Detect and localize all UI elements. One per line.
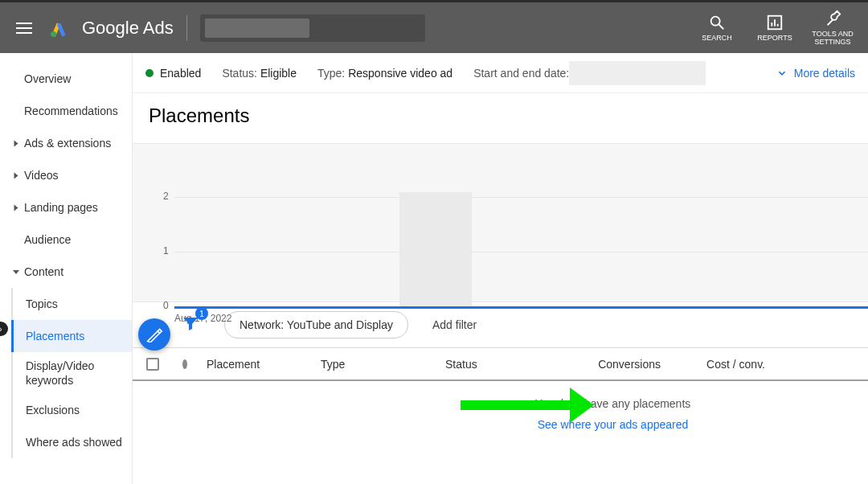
sidebar-item-overview[interactable]: Overview	[0, 63, 132, 95]
sidebar-item-audience[interactable]: Audience	[0, 224, 132, 256]
status-enabled: Enabled	[145, 67, 201, 80]
chart-bar	[399, 192, 472, 306]
sidebar-subitem-topics[interactable]: Topics	[13, 288, 132, 320]
col-status[interactable]: Status	[436, 358, 566, 371]
sidebar-item-videos[interactable]: Videos	[0, 159, 132, 191]
info-bar: Enabled Status: Eligible Type: Responsiv…	[133, 53, 868, 93]
add-placement-fab[interactable]	[138, 318, 170, 351]
col-cost-per-conv[interactable]: Cost / conv.	[670, 358, 775, 371]
ad-type: Type: Responsive video ad	[317, 67, 452, 80]
reports-button[interactable]: REPORTS	[746, 14, 804, 43]
sidebar: Overview Recommendations Ads & extension…	[0, 53, 133, 484]
account-picker[interactable]	[200, 14, 425, 42]
col-placement[interactable]: Placement	[197, 358, 311, 371]
top-bar: Google Ads SEARCH REPORTS TOOLS AND SETT…	[0, 2, 868, 53]
date-range-value[interactable]	[569, 61, 706, 85]
ad-status: Status: Eligible	[222, 67, 297, 80]
google-ads-logo	[48, 18, 69, 39]
filter-chip-network[interactable]: Network: YouTube and Display	[224, 311, 408, 338]
add-filter-button[interactable]: Add filter	[432, 318, 477, 331]
filter-row: 1 Network: YouTube and Display Add filte…	[133, 302, 868, 347]
table-header: Placement Type Status Conversions Cost /…	[133, 347, 868, 381]
col-conversions[interactable]: Conversions	[566, 358, 670, 371]
sidebar-subitem-where-ads-showed[interactable]: Where ads showed	[13, 426, 132, 458]
tools-settings-button[interactable]: TOOLS AND SETTINGS	[804, 10, 862, 47]
sidebar-item-ads-extensions[interactable]: Ads & extensions	[0, 127, 132, 159]
sidebar-subitem-exclusions[interactable]: Exclusions	[13, 394, 132, 426]
svg-point-0	[51, 31, 56, 37]
svg-point-1	[711, 16, 720, 25]
status-dot-header	[182, 359, 187, 369]
search-button[interactable]: SEARCH	[688, 14, 746, 43]
y-axis-tick: 0	[163, 300, 169, 311]
chart: 2 1 0 Aug 17, 2022	[133, 143, 868, 302]
menu-icon[interactable]	[16, 23, 32, 34]
filter-icon[interactable]: 1	[181, 314, 200, 336]
annotation-arrow	[461, 388, 594, 423]
sidebar-subitem-placements[interactable]: Placements	[11, 320, 132, 352]
sidebar-item-recommendations[interactable]: Recommendations	[0, 95, 132, 127]
sidebar-item-landing-pages[interactable]: Landing pages	[0, 191, 132, 224]
date-range: Start and end date:	[473, 61, 706, 85]
col-type[interactable]: Type	[311, 358, 436, 371]
select-all-checkbox[interactable]	[146, 358, 159, 371]
svg-line-7	[828, 19, 833, 25]
sidebar-item-content[interactable]: Content	[0, 256, 132, 288]
more-details-link[interactable]: More details	[776, 67, 855, 80]
empty-state: You don't have any placements See where …	[133, 381, 868, 431]
svg-line-2	[719, 24, 724, 29]
y-axis-tick: 1	[163, 245, 169, 256]
page-title: Placements	[133, 93, 868, 143]
sidebar-subitem-display-video-keywords[interactable]: Display/Video keywords	[13, 352, 132, 394]
filter-count-badge: 1	[195, 307, 208, 320]
brand-text: Google Ads	[82, 18, 174, 39]
enabled-dot-icon	[145, 69, 154, 77]
chart-baseline	[174, 306, 868, 309]
y-axis-tick: 2	[163, 191, 169, 202]
